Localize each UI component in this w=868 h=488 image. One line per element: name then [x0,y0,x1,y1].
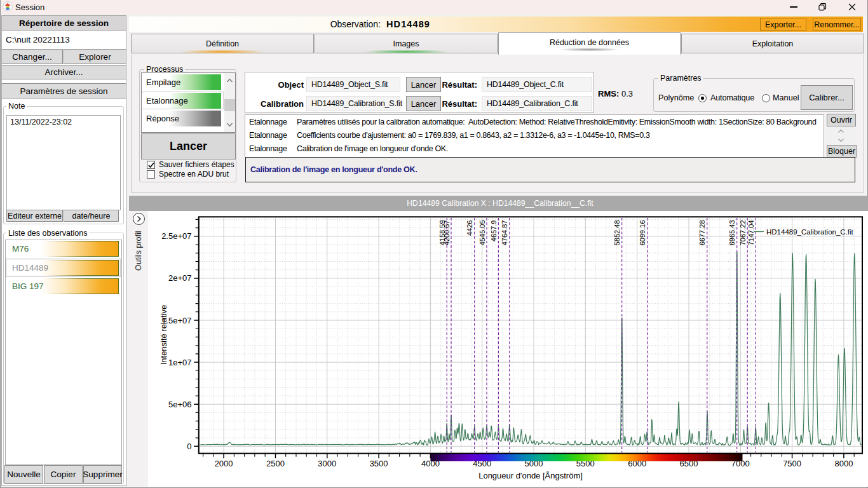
svg-text:HD14489_Calibration_C.fit: HD14489_Calibration_C.fit [766,228,854,236]
svg-text:4200.67: 4200.67 [443,220,451,246]
svg-text:2000: 2000 [215,459,233,468]
svg-text:4657.9: 4657.9 [490,220,498,242]
svg-text:5852.48: 5852.48 [613,220,621,246]
svg-text:6965.43: 6965.43 [728,220,736,246]
svg-text:2500: 2500 [266,459,285,468]
svg-text:4545.05: 4545.05 [478,220,486,246]
svg-text:3000: 3000 [318,459,336,468]
svg-text:4764.87: 4764.87 [501,220,508,246]
svg-text:5e+06: 5e+06 [168,400,192,409]
svg-text:2e+07: 2e+07 [168,273,192,283]
svg-text:0: 0 [187,442,191,451]
svg-text:7147.04: 7147.04 [747,220,755,246]
svg-text:6099.16: 6099.16 [639,220,646,246]
svg-text:1e+07: 1e+07 [168,358,192,367]
svg-text:2.5e+07: 2.5e+07 [161,231,191,241]
svg-text:6677.28: 6677.28 [698,220,706,246]
svg-text:Intensité relative: Intensité relative [159,305,168,365]
svg-text:4426: 4426 [466,220,473,236]
svg-text:7500: 7500 [783,459,801,468]
svg-text:Longueur d'onde [Ångström]: Longueur d'onde [Ångström] [478,471,583,480]
svg-text:8000: 8000 [834,459,853,468]
svg-text:3500: 3500 [370,459,388,468]
svg-text:7067.22: 7067.22 [739,220,747,246]
